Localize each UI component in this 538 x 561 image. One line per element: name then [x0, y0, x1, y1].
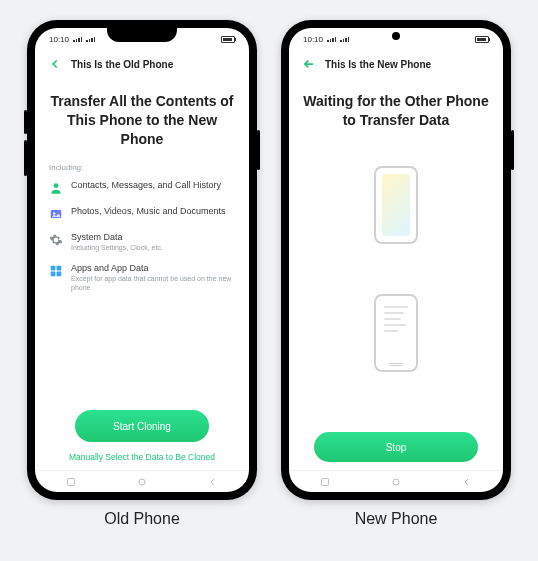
nav-home-button[interactable]	[389, 475, 403, 489]
page-title: This Is the Old Phone	[71, 59, 173, 70]
main-heading: Waiting for the Other Phone to Transfer …	[303, 92, 489, 130]
nav-home-button[interactable]	[135, 475, 149, 489]
nav-recent-button[interactable]	[318, 475, 332, 489]
transfer-item-list: Contacts, Messages, and Call History Pho…	[49, 180, 235, 292]
page-title: This Is the New Phone	[325, 59, 431, 70]
signal-icon	[340, 37, 349, 42]
svg-rect-10	[321, 478, 328, 485]
settings-icon	[49, 233, 63, 247]
apps-icon	[49, 264, 63, 278]
including-label: Including:	[49, 163, 235, 172]
power-button	[511, 130, 514, 170]
old-phone-caption: Old Phone	[104, 510, 180, 528]
status-time: 10:10	[303, 35, 323, 44]
notch	[107, 28, 177, 42]
camera-hole	[392, 32, 400, 40]
list-item-title: Apps and App Data	[71, 263, 235, 273]
battery-icon	[475, 36, 489, 43]
waiting-illustration	[303, 144, 489, 432]
signal-icon	[73, 37, 82, 42]
svg-point-8	[139, 479, 145, 485]
list-item-title: Contacts, Messages, and Call History	[71, 180, 221, 190]
back-button[interactable]	[301, 56, 317, 72]
volume-down-button	[24, 140, 27, 176]
status-time: 10:10	[49, 35, 69, 44]
nav-back-button[interactable]	[460, 475, 474, 489]
manual-select-link[interactable]: Manually Select the Data to Be Cloned	[49, 452, 235, 462]
media-icon	[49, 207, 63, 221]
mini-phone-target-icon	[374, 294, 418, 372]
list-item: System Data Including Settings, Clock, e…	[49, 232, 235, 252]
svg-point-11	[393, 479, 399, 485]
signal-icon	[327, 37, 336, 42]
mini-phone-source-icon	[374, 166, 418, 244]
new-phone-caption: New Phone	[355, 510, 438, 528]
nav-bar	[35, 470, 249, 492]
list-item-title: System Data	[71, 232, 163, 242]
svg-point-2	[53, 212, 55, 214]
svg-rect-5	[51, 271, 56, 276]
svg-rect-7	[67, 478, 74, 485]
signal-icon	[86, 37, 95, 42]
list-item: Apps and App Data Except for app data th…	[49, 263, 235, 292]
new-phone-frame: 10:10 This Is the New Phone Waiting for …	[281, 20, 511, 500]
list-item-sub: Except for app data that cannot be used …	[71, 274, 235, 292]
nav-bar	[289, 470, 503, 492]
list-item: Photos, Videos, Music and Documents	[49, 206, 235, 221]
nav-recent-button[interactable]	[64, 475, 78, 489]
stop-button[interactable]: Stop	[314, 432, 478, 462]
list-item-title: Photos, Videos, Music and Documents	[71, 206, 225, 216]
battery-icon	[221, 36, 235, 43]
nav-back-button[interactable]	[206, 475, 220, 489]
power-button	[257, 130, 260, 170]
list-item-sub: Including Settings, Clock, etc.	[71, 243, 163, 252]
contacts-icon	[49, 181, 63, 195]
main-heading: Transfer All the Contents of This Phone …	[49, 92, 235, 149]
back-button[interactable]	[47, 56, 63, 72]
volume-up-button	[24, 110, 27, 134]
start-cloning-button[interactable]: Start Cloning	[75, 410, 209, 442]
svg-point-0	[54, 183, 59, 188]
svg-rect-4	[57, 266, 62, 271]
svg-rect-3	[51, 266, 56, 271]
old-phone-frame: 10:10 This Is the Old Phone Transfer All…	[27, 20, 257, 500]
svg-rect-6	[57, 271, 62, 276]
list-item: Contacts, Messages, and Call History	[49, 180, 235, 195]
